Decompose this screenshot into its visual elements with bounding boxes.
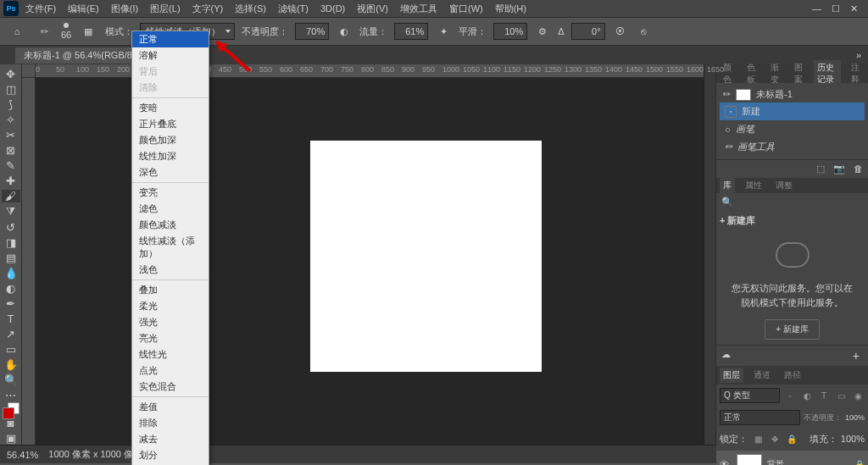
filter-shape-icon[interactable]: ▭ [834, 389, 848, 402]
pressure-size-icon[interactable]: ⦿ [612, 23, 629, 40]
menu-image[interactable]: 图像(I) [106, 1, 143, 17]
layer-blend-dropdown[interactable]: 正常 [720, 410, 800, 425]
filter-adj-icon[interactable]: ◐ [800, 389, 814, 402]
tab-adjustments[interactable]: 调整 [772, 178, 796, 193]
lasso-tool-icon[interactable]: ⟆ [2, 98, 20, 111]
blend-mode-option[interactable]: 亮光 [132, 330, 209, 346]
camera-icon[interactable]: 📷 [833, 163, 845, 174]
menu-file[interactable]: 文件(F) [20, 1, 61, 17]
angle-input[interactable]: 0° [571, 23, 605, 40]
flow-input[interactable]: 61% [394, 23, 428, 40]
menu-view[interactable]: 视图(V) [352, 1, 393, 17]
blend-mode-option[interactable]: 点光 [132, 363, 209, 379]
eraser-tool-icon[interactable]: ◨ [2, 236, 20, 249]
lock-pixels-icon[interactable]: ▦ [751, 432, 765, 446]
history-item-brush[interactable]: ○ 画笔 [720, 120, 865, 138]
trash-icon[interactable]: 🗑 [854, 163, 863, 174]
home-icon[interactable]: ⌂ [7, 21, 27, 42]
smoothing-options-icon[interactable]: ⚙ [534, 23, 551, 40]
layer-fill-value[interactable]: 100% [841, 434, 865, 444]
brush-size-picker[interactable]: 66 [61, 23, 71, 40]
blend-mode-option[interactable]: 变亮 [132, 185, 209, 201]
blend-mode-option[interactable]: 线性加深 [132, 148, 209, 164]
brush-tool-icon[interactable]: 🖌 [2, 190, 20, 202]
blend-mode-option[interactable]: 差值 [132, 399, 209, 415]
document-canvas[interactable] [310, 141, 542, 372]
blend-mode-option[interactable]: 正片叠底 [132, 116, 209, 132]
blend-mode-option[interactable]: 线性光 [132, 346, 209, 363]
screenmode-icon[interactable]: ▣ [2, 432, 20, 445]
blend-mode-option[interactable]: 深色 [132, 164, 209, 180]
menu-edit[interactable]: 编辑(E) [63, 1, 104, 17]
blend-mode-option[interactable]: 浅色 [132, 262, 209, 278]
blend-mode-option[interactable]: 实色混合 [132, 379, 209, 395]
history-snapshot[interactable]: ✏ 未标题-1 [720, 86, 865, 102]
menu-help[interactable]: 帮助(H) [490, 1, 531, 17]
dodge-tool-icon[interactable]: ◐ [2, 282, 20, 295]
layer-row-background[interactable]: 👁 背景 🔒 [716, 451, 868, 465]
color-swatch[interactable] [3, 407, 19, 414]
blend-mode-option[interactable]: 排除 [132, 415, 209, 431]
menu-window[interactable]: 窗口(W) [444, 1, 488, 17]
layer-opacity-value[interactable]: 100% [845, 413, 865, 422]
symmetry-icon[interactable]: ⎋ [636, 23, 653, 40]
menu-enhance[interactable]: 增效工具 [395, 1, 442, 17]
stamp-tool-icon[interactable]: ⧩ [2, 205, 20, 219]
minimize-button[interactable]: — [812, 3, 821, 14]
hand-tool-icon[interactable]: ✋ [2, 358, 20, 371]
zoom-value[interactable]: 56.41% [7, 450, 38, 460]
menu-3d[interactable]: 3D(D) [315, 2, 350, 15]
blend-mode-option[interactable]: 颜色减淡 [132, 217, 209, 233]
maximize-button[interactable]: ☐ [832, 3, 840, 14]
opacity-pressure-icon[interactable]: ◐ [336, 23, 353, 40]
history-item-brushtool[interactable]: ✏ 画笔工具 [720, 138, 865, 156]
add-icon[interactable]: + [849, 349, 863, 363]
heal-tool-icon[interactable]: ✚ [2, 174, 20, 187]
gradient-tool-icon[interactable]: ▤ [2, 252, 20, 264]
close-button[interactable]: ✕ [850, 3, 858, 14]
menu-filter[interactable]: 滤镜(T) [273, 1, 314, 17]
crop-tool-icon[interactable]: ✂ [2, 129, 20, 141]
type-tool-icon[interactable]: T [2, 313, 20, 325]
add-library-button[interactable]: + 新建库 [716, 211, 868, 230]
marquee-tool-icon[interactable]: ◫ [2, 83, 20, 96]
blend-mode-option[interactable]: 减去 [132, 431, 209, 447]
edit-toolbar-icon[interactable]: ⋯ [2, 389, 20, 401]
path-tool-icon[interactable]: ↗ [2, 328, 20, 340]
tab-channels[interactable]: 通道 [750, 368, 774, 383]
blend-mode-option[interactable]: 划分 [132, 447, 209, 463]
blend-mode-option[interactable]: 叠加 [132, 282, 209, 298]
pen-tool-icon[interactable]: ✒ [2, 297, 20, 310]
blend-mode-option[interactable]: 颜色加深 [132, 132, 209, 148]
tab-expand-icon[interactable]: » [849, 50, 868, 60]
filter-img-icon[interactable]: ▫ [783, 389, 797, 402]
opacity-input[interactable]: 70% [295, 23, 329, 40]
move-tool-icon[interactable]: ✥ [2, 68, 20, 80]
lock-position-icon[interactable]: ✥ [768, 432, 782, 446]
eyedropper-tool-icon[interactable]: ✎ [2, 159, 20, 172]
history-brush-tool-icon[interactable]: ↺ [2, 221, 20, 234]
blend-mode-option[interactable]: 强光 [132, 314, 209, 330]
frame-tool-icon[interactable]: ⊠ [2, 144, 20, 157]
collapsed-panel-strip[interactable] [704, 64, 715, 445]
tab-library[interactable]: 库 [720, 178, 735, 193]
layer-filter-dropdown[interactable]: Q 类型 [720, 388, 780, 403]
zoom-tool-icon[interactable]: 🔍 [2, 374, 20, 386]
blend-mode-option[interactable]: 溶解 [132, 47, 209, 64]
shape-tool-icon[interactable]: ▭ [2, 343, 20, 356]
brush-preview-icon[interactable]: ✏ [34, 21, 54, 42]
tab-layers[interactable]: 图层 [720, 368, 743, 383]
menu-select[interactable]: 选择(S) [230, 1, 271, 17]
blur-tool-icon[interactable]: 💧 [2, 267, 20, 280]
lock-icon[interactable]: 🔒 [854, 460, 865, 466]
blend-mode-option[interactable]: 正常 [132, 31, 209, 47]
new-library-button[interactable]: + 新建库 [765, 319, 820, 340]
menu-type[interactable]: 文字(Y) [187, 1, 229, 17]
blend-mode-option[interactable]: 柔光 [132, 298, 209, 314]
smoothing-input[interactable]: 10% [493, 23, 527, 40]
tab-paths[interactable]: 路径 [781, 368, 804, 383]
lock-all-icon[interactable]: 🔒 [785, 432, 798, 446]
filter-type-icon[interactable]: T [817, 389, 831, 402]
wand-tool-icon[interactable]: ✧ [2, 113, 20, 126]
history-item-new[interactable]: ▫ 新建 [720, 102, 865, 120]
